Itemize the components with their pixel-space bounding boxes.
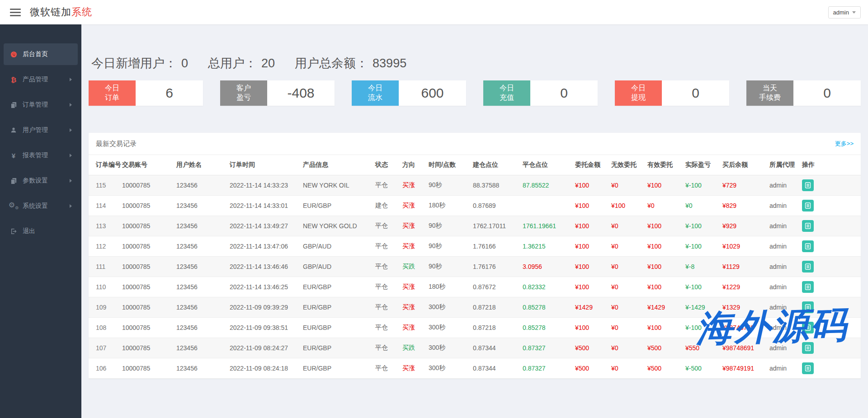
chevron-right-icon xyxy=(70,204,72,208)
stat-value: 0 xyxy=(181,56,188,70)
cell-amount: ¥100 xyxy=(573,257,609,277)
cell-product: NEW YORK OIL xyxy=(301,175,373,196)
cell-time: 2022-11-14 13:47:06 xyxy=(228,236,301,257)
cell-amount: ¥100 xyxy=(573,175,609,196)
cell-order-id: 111 xyxy=(89,257,120,277)
order-detail-button[interactable] xyxy=(802,240,814,252)
card-value: 0 xyxy=(530,80,598,106)
cell-product: EUR/GBP xyxy=(301,277,373,297)
cell-agent: admin xyxy=(768,175,800,196)
sidebar-item-report[interactable]: ¥ 报表管理 xyxy=(4,145,78,166)
card-value: 6 xyxy=(136,80,203,106)
column-header: 平仓点位 xyxy=(521,155,573,175)
column-header: 用户姓名 xyxy=(175,155,228,175)
cell-valid: ¥100 xyxy=(646,257,684,277)
cell-action xyxy=(800,175,861,196)
cell-agent: admin xyxy=(768,216,800,236)
table-row: 107 10000785 123456 2022-11-09 08:24:27 … xyxy=(89,338,861,358)
cell-direction: 买涨 xyxy=(401,236,427,257)
stat-value: 83995 xyxy=(373,56,406,70)
sidebar-item-user[interactable]: 用户管理 xyxy=(4,119,78,141)
cell-direction: 买涨 xyxy=(401,216,427,236)
cell-invalid: ¥0 xyxy=(609,277,646,297)
detail-list-icon xyxy=(805,263,811,270)
column-header: 方向 xyxy=(401,155,427,175)
detail-list-icon xyxy=(805,324,811,331)
cell-pnl: ¥-100 xyxy=(684,277,721,297)
cell-close: 1761.19661 xyxy=(521,216,573,236)
cell-open: 0.87689 xyxy=(471,196,521,216)
table-row: 114 10000785 123456 2022-11-14 14:33:01 … xyxy=(89,196,861,216)
cell-holder: 123456 xyxy=(175,216,228,236)
order-detail-button[interactable] xyxy=(802,322,814,333)
orders-table-body: 115 10000785 123456 2022-11-14 14:33:23 … xyxy=(89,175,861,379)
user-menu[interactable]: admin xyxy=(828,6,861,19)
sidebar-item-params[interactable]: 参数设置 xyxy=(4,170,78,192)
order-detail-button[interactable] xyxy=(802,281,814,293)
detail-list-icon xyxy=(805,304,811,310)
order-detail-button[interactable] xyxy=(802,301,814,313)
cell-time: 2022-11-14 14:33:01 xyxy=(228,196,301,216)
cell-direction: 买涨 xyxy=(401,358,427,379)
detail-list-icon xyxy=(805,345,811,351)
order-detail-button[interactable] xyxy=(802,200,814,211)
cell-order-id: 107 xyxy=(89,338,120,358)
column-header: 订单时间 xyxy=(228,155,301,175)
more-link[interactable]: 更多>> xyxy=(835,140,854,148)
panel-title: 最新交易记录 xyxy=(96,140,137,148)
cell-product: EUR/GBP xyxy=(301,338,373,358)
cell-status: 建仓 xyxy=(373,196,401,216)
detail-list-icon xyxy=(805,202,811,209)
menu-toggle-icon[interactable] xyxy=(10,9,21,16)
cell-invalid: ¥0 xyxy=(609,257,646,277)
cell-time: 2022-11-14 14:33:23 xyxy=(228,175,301,196)
cell-time: 2022-11-09 08:24:18 xyxy=(228,358,301,379)
cell-status: 平仓 xyxy=(373,175,401,196)
sidebar-item-logout[interactable]: 退出 xyxy=(4,221,78,242)
cell-amount: ¥500 xyxy=(573,338,609,358)
cell-action xyxy=(800,196,861,216)
order-detail-button[interactable] xyxy=(802,362,814,374)
cell-status: 平仓 xyxy=(373,318,401,338)
cell-balance: ¥98748758 xyxy=(721,318,768,338)
column-header: 产品信息 xyxy=(301,155,373,175)
overview-stat: 今日新增用户：0 xyxy=(91,56,188,70)
chevron-right-icon xyxy=(70,78,72,81)
cell-valid: ¥0 xyxy=(646,196,684,216)
detail-list-icon xyxy=(805,223,811,229)
admin-dashboard: 微软链加系统 admin 后台首页 ₿ 产品管理 订单管理 用户管理 ¥ 报表管… xyxy=(0,0,868,418)
cell-order-id: 106 xyxy=(89,358,120,379)
cell-open: 0.87218 xyxy=(471,297,521,318)
order-detail-button[interactable] xyxy=(802,261,814,272)
table-row: 106 10000785 123456 2022-11-09 08:24:18 … xyxy=(89,358,861,379)
cell-direction: 买跌 xyxy=(401,257,427,277)
card-value: 600 xyxy=(399,80,466,106)
card-value: 0 xyxy=(662,80,729,106)
cell-balance: ¥1129 xyxy=(721,257,768,277)
sidebar-item-system[interactable]: ⚙⚙ 系统设置 xyxy=(4,195,78,217)
cell-open: 1762.17011 xyxy=(471,216,521,236)
table-header-row: 订单编号交易账号用户姓名订单时间产品信息状态方向时间/点数建仓点位平仓点位委托金… xyxy=(89,155,861,175)
chevron-right-icon xyxy=(70,154,72,157)
cell-agent: admin xyxy=(768,236,800,257)
detail-list-icon xyxy=(805,243,811,249)
sidebar-item-order[interactable]: 订单管理 xyxy=(4,94,78,116)
cell-open: 0.87672 xyxy=(471,277,521,297)
order-detail-button[interactable] xyxy=(802,179,814,191)
cell-close: 0.85278 xyxy=(521,318,573,338)
cell-pnl: ¥550 xyxy=(684,338,721,358)
sidebar-item-product[interactable]: ₿ 产品管理 xyxy=(4,69,78,90)
order-detail-button[interactable] xyxy=(802,342,814,354)
cell-close: 0.87327 xyxy=(521,358,573,379)
sidebar-item-label: 参数设置 xyxy=(23,177,48,185)
cell-order-id: 112 xyxy=(89,236,120,257)
card-label: 今日订单 xyxy=(89,80,136,106)
cell-duration: 90秒 xyxy=(427,236,471,257)
cell-holder: 123456 xyxy=(175,297,228,318)
sidebar-item-home[interactable]: 后台首页 xyxy=(4,43,78,65)
cell-time: 2022-11-14 13:46:25 xyxy=(228,277,301,297)
table-row: 108 10000785 123456 2022-11-09 09:38:51 … xyxy=(89,318,861,338)
cell-amount: ¥100 xyxy=(573,216,609,236)
cell-holder: 123456 xyxy=(175,257,228,277)
order-detail-button[interactable] xyxy=(802,220,814,232)
